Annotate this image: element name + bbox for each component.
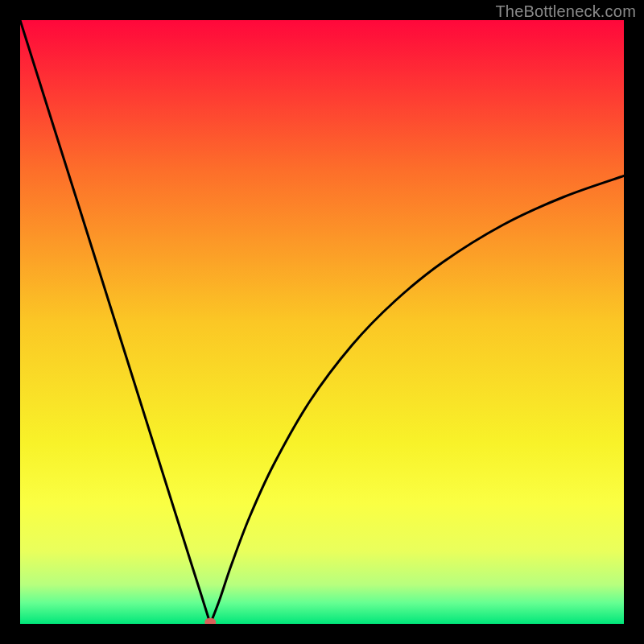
curve-layer — [20, 20, 624, 624]
watermark-text: TheBottleneck.com — [495, 2, 636, 21]
optimal-point-marker — [204, 618, 216, 625]
chart-frame: TheBottleneck.com — [0, 0, 644, 644]
bottleneck-curve — [20, 20, 624, 624]
plot-area — [20, 20, 624, 624]
